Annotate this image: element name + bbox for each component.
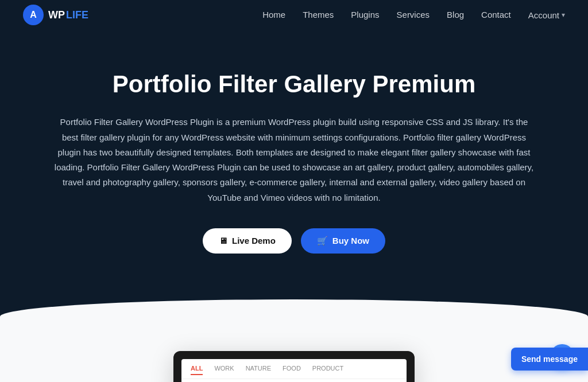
hero-description: Portfolio Filter Gallery WordPress Plugi… [53,115,535,205]
tab-food[interactable]: FOOD [283,365,301,375]
cart-icon: 🛒 [317,236,328,246]
navbar: A WP LIFE Home Themes Plugins Services B… [0,0,588,30]
live-demo-button[interactable]: 🖥 Live Demo [203,228,292,254]
monitor-icon: 🖥 [219,236,227,245]
tab-work[interactable]: WORK [214,365,234,375]
laptop-frame: ALL WORK NATURE FOOD PRODUCT Search imag… [173,351,415,382]
hero-section: Portfolio Filter Gallery Premium Portfol… [0,30,588,299]
send-message-button[interactable]: Send message [511,348,588,371]
tab-product[interactable]: PRODUCT [312,365,343,375]
nav-services[interactable]: Services [397,10,430,20]
hero-divider [0,299,588,317]
screen-tabs: ALL WORK NATURE FOOD PRODUCT [181,359,407,379]
nav-account[interactable]: Account ▾ [528,10,565,20]
nav-account-link[interactable]: Account [528,10,559,20]
logo-icon: A [23,5,44,25]
hero-title: Portfolio Filter Gallery Premium [23,70,565,99]
nav-themes[interactable]: Themes [303,10,334,20]
chevron-down-icon: ▾ [562,11,565,19]
logo-wp: WP [48,9,65,21]
site-logo[interactable]: A WP LIFE [23,5,88,25]
logo-life: LIFE [66,9,88,21]
nav-links: Home Themes Plugins Services Blog Contac… [262,10,565,20]
laptop-screen: ALL WORK NATURE FOOD PRODUCT Search imag… [181,359,407,382]
tab-all[interactable]: ALL [191,365,203,375]
logo-text: WP LIFE [48,9,88,21]
nav-contact[interactable]: Contact [481,10,511,20]
nav-home[interactable]: Home [262,10,285,20]
content-section: ALL WORK NATURE FOOD PRODUCT Search imag… [0,317,588,382]
laptop-mockup: ALL WORK NATURE FOOD PRODUCT Search imag… [173,351,415,382]
hero-buttons: 🖥 Live Demo 🛒 Buy Now [23,228,565,254]
screen-search: Search images [181,379,407,382]
nav-blog[interactable]: Blog [447,10,464,20]
nav-plugins[interactable]: Plugins [351,10,379,20]
buy-now-button[interactable]: 🛒 Buy Now [301,228,385,254]
tab-nature[interactable]: NATURE [246,365,271,375]
